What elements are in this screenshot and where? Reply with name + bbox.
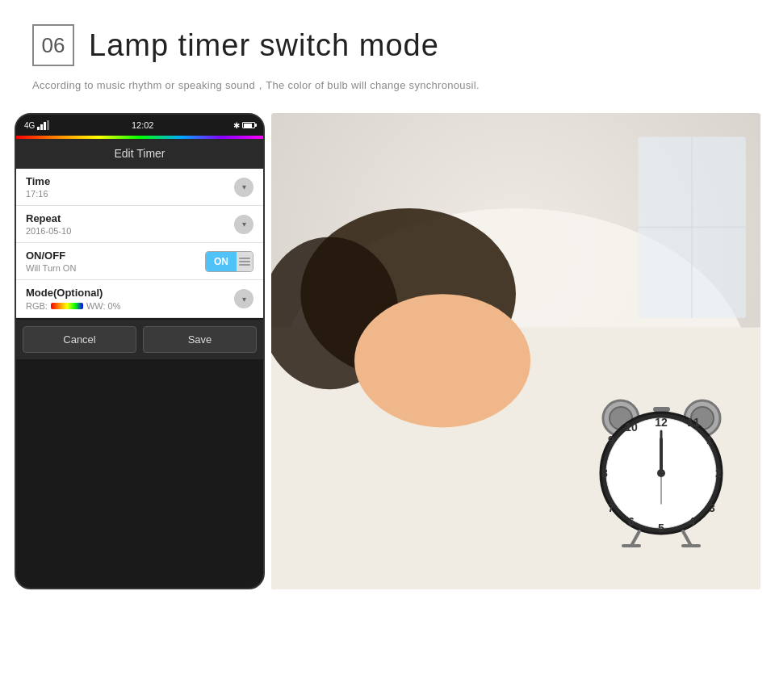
slider-line-2 <box>239 261 250 262</box>
svg-rect-0 <box>37 127 40 130</box>
screen-title: Edit Timer <box>16 139 263 169</box>
svg-text:1: 1 <box>706 434 713 446</box>
subtitle: According to music rhythm or speaking so… <box>0 78 775 113</box>
status-bar: 4G 12:02 ✱ <box>16 115 263 136</box>
time-label: Time <box>26 175 234 187</box>
toggle-switch[interactable]: ON <box>205 251 253 272</box>
cancel-button[interactable]: Cancel <box>23 326 136 353</box>
status-right: ✱ <box>233 121 255 130</box>
buttons-row: Cancel Save <box>16 320 263 359</box>
status-left: 4G <box>24 120 52 130</box>
mode-label: Mode(Optional) <box>26 287 234 299</box>
svg-point-35 <box>657 469 665 477</box>
form-body: Time 17:16 ▾ Repeat 2016-05-10 ▾ ON/OFF … <box>16 169 263 318</box>
svg-rect-3 <box>47 120 49 130</box>
status-time: 12:02 <box>132 120 154 130</box>
svg-text:12: 12 <box>655 416 668 429</box>
svg-text:6: 6 <box>628 515 635 528</box>
svg-text:2: 2 <box>715 467 722 480</box>
svg-text:11: 11 <box>687 416 700 429</box>
time-chevron-icon[interactable]: ▾ <box>234 178 253 197</box>
mode-row[interactable]: Mode(Optional) RGB: WW: 0% ▾ <box>16 280 263 318</box>
slider-line-1 <box>239 258 250 259</box>
onoff-row[interactable]: ON/OFF Will Turn ON ON <box>16 243 263 280</box>
toggle-slider <box>237 252 253 271</box>
toggle-on-label: ON <box>206 252 237 271</box>
svg-text:7: 7 <box>608 501 614 514</box>
svg-text:9: 9 <box>608 434 614 446</box>
mode-chevron-icon[interactable]: ▾ <box>234 289 253 308</box>
repeat-value: 2016-05-10 <box>26 226 234 236</box>
svg-point-9 <box>354 294 530 427</box>
bluetooth-icon: ✱ <box>233 121 240 130</box>
svg-text:3: 3 <box>709 501 715 514</box>
svg-text:8: 8 <box>601 467 608 480</box>
page-title: Lamp timer switch mode <box>89 28 439 63</box>
svg-rect-17 <box>653 407 670 412</box>
rgb-bar <box>51 303 83 309</box>
time-row-left: Time 17:16 <box>26 175 234 199</box>
svg-text:4: 4 <box>689 515 695 528</box>
repeat-chevron-icon[interactable]: ▾ <box>234 215 253 234</box>
svg-text:10: 10 <box>625 421 638 434</box>
signal-text: 4G <box>24 121 35 130</box>
phone-mockup: 4G 12:02 ✱ Edit Timer <box>15 113 265 589</box>
svg-line-37 <box>683 531 691 546</box>
rgb-label: RGB: <box>26 301 48 311</box>
repeat-row[interactable]: Repeat 2016-05-10 ▾ <box>16 206 263 243</box>
svg-text:5: 5 <box>658 522 664 534</box>
alarm-clock: 12 1 2 3 4 5 6 7 8 9 10 11 <box>587 384 736 557</box>
svg-rect-1 <box>40 124 43 130</box>
save-button[interactable]: Save <box>143 326 257 353</box>
onoff-label: ON/OFF <box>26 249 205 262</box>
slider-line-3 <box>239 264 250 266</box>
clock-svg: 12 1 2 3 4 5 6 7 8 9 10 11 <box>587 384 736 554</box>
section-number: 06 <box>32 24 74 66</box>
signal-bars-icon <box>37 120 52 130</box>
photo-placeholder: 12 1 2 3 4 5 6 7 8 9 10 11 <box>271 113 760 589</box>
onoff-row-left: ON/OFF Will Turn ON <box>26 249 205 273</box>
svg-line-36 <box>631 531 639 546</box>
rgb-bar-container: RGB: WW: 0% <box>26 301 234 311</box>
svg-rect-2 <box>44 122 46 130</box>
time-row[interactable]: Time 17:16 ▾ <box>16 169 263 206</box>
onoff-value: Will Turn ON <box>26 263 205 273</box>
photo-section: 12 1 2 3 4 5 6 7 8 9 10 11 <box>271 113 760 589</box>
repeat-label: Repeat <box>26 212 234 224</box>
time-value: 17:16 <box>26 189 234 199</box>
repeat-row-left: Repeat 2016-05-10 <box>26 212 234 236</box>
ww-label: WW: 0% <box>86 301 121 311</box>
mode-row-left: Mode(Optional) RGB: WW: 0% <box>26 287 234 311</box>
header-section: 06 Lamp timer switch mode <box>0 0 775 78</box>
content-area: 4G 12:02 ✱ Edit Timer <box>0 113 775 630</box>
battery-icon <box>242 122 255 128</box>
